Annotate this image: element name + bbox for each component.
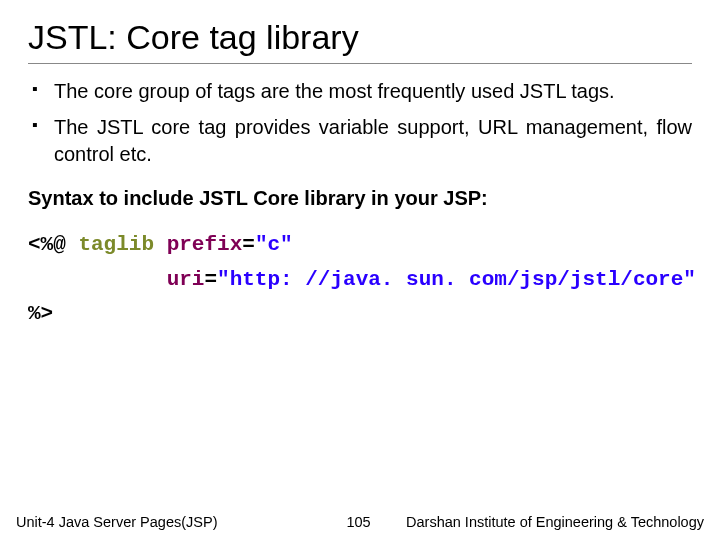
code-delim-close: %> <box>28 302 53 325</box>
bullet-item: The JSTL core tag provides variable supp… <box>28 114 692 167</box>
code-directive: taglib <box>66 233 167 256</box>
bullet-item: The core group of tags are the most freq… <box>28 78 692 104</box>
code-attr-uri: uri <box>167 268 205 291</box>
code-indent <box>28 268 167 291</box>
slide-footer: Unit-4 Java Server Pages(JSP) 105 Darsha… <box>0 514 720 530</box>
code-val-prefix: "c" <box>255 233 293 256</box>
code-block: <%@ taglib prefix="c" uri="http: //java.… <box>28 228 692 332</box>
code-eq: = <box>242 233 255 256</box>
code-attr-prefix: prefix <box>167 233 243 256</box>
footer-left: Unit-4 Java Server Pages(JSP) <box>16 514 217 530</box>
page-title: JSTL: Core tag library <box>28 18 692 64</box>
footer-right: Darshan Institute of Engineering & Techn… <box>406 514 704 530</box>
code-delim-open: <%@ <box>28 233 66 256</box>
code-val-uri: "http: //java. sun. com/jsp/jstl/core" <box>217 268 696 291</box>
bullet-list: The core group of tags are the most freq… <box>28 78 692 167</box>
slide: JSTL: Core tag library The core group of… <box>0 0 720 540</box>
footer-page-number: 105 <box>346 514 370 530</box>
code-eq: = <box>204 268 217 291</box>
syntax-heading: Syntax to include JSTL Core library in y… <box>28 187 692 210</box>
